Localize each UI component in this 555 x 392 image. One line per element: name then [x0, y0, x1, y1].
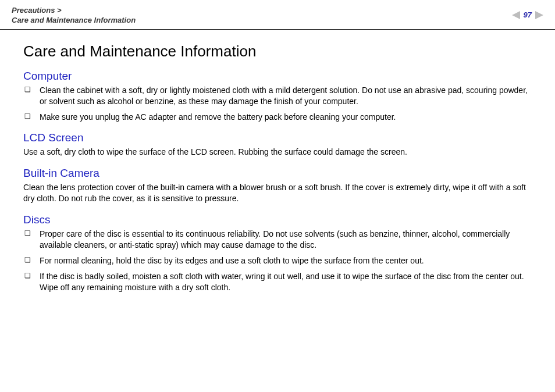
- list-item: If the disc is badly soiled, moisten a s…: [23, 271, 532, 293]
- paragraph-camera: Clean the lens protection cover of the b…: [23, 182, 532, 204]
- list-item: Clean the cabinet with a soft, dry or li…: [23, 85, 532, 107]
- bullet-list-discs: Proper care of the disc is essential to …: [23, 229, 532, 293]
- page-number: 97: [524, 10, 532, 19]
- prev-page-icon[interactable]: [512, 11, 520, 19]
- list-item: Make sure you unplug the AC adapter and …: [23, 112, 532, 123]
- page-content: Care and Maintenance Information Compute…: [0, 30, 555, 309]
- document-page: Precautions > Care and Maintenance Infor…: [0, 0, 555, 392]
- pager: 97: [512, 10, 543, 19]
- paragraph-lcd: Use a soft, dry cloth to wipe the surfac…: [23, 147, 532, 158]
- breadcrumb: Precautions > Care and Maintenance Infor…: [12, 6, 136, 26]
- section-heading-lcd: LCD Screen: [23, 131, 532, 144]
- list-item: Proper care of the disc is essential to …: [23, 229, 532, 251]
- bullet-list-computer: Clean the cabinet with a soft, dry or li…: [23, 85, 532, 123]
- page-title: Care and Maintenance Information: [23, 42, 532, 60]
- page-header: Precautions > Care and Maintenance Infor…: [0, 0, 555, 30]
- section-heading-discs: Discs: [23, 213, 532, 226]
- breadcrumb-parent: Precautions >: [12, 6, 136, 16]
- breadcrumb-current: Care and Maintenance Information: [12, 16, 136, 26]
- next-page-icon[interactable]: [535, 11, 543, 19]
- list-item: For normal cleaning, hold the disc by it…: [23, 255, 532, 266]
- section-heading-camera: Built-in Camera: [23, 167, 532, 180]
- svg-marker-1: [535, 11, 543, 19]
- section-heading-computer: Computer: [23, 70, 532, 83]
- svg-marker-0: [512, 11, 520, 19]
